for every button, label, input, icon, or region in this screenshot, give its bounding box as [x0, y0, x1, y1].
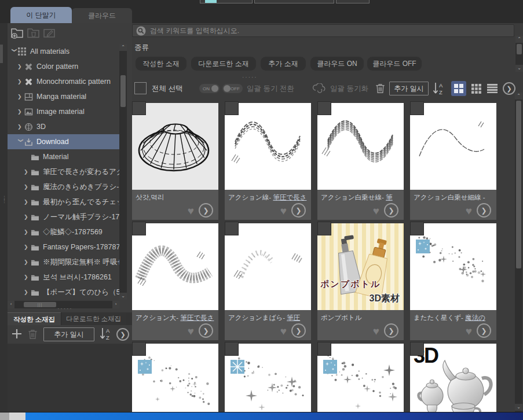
new-folder-icon[interactable]	[10, 27, 24, 40]
tree-item-monochromatic-pattern[interactable]: ❯Monochromatic pattern	[8, 74, 119, 89]
delete-folder-icon[interactable]	[27, 27, 41, 40]
tree-expand-arrow[interactable]: ❯	[24, 255, 31, 270]
material-card[interactable]: アクション白乗せ細線 -♥❯	[410, 101, 496, 220]
material-name-link[interactable]: 魔法の	[465, 314, 485, 321]
expand-options-button[interactable]: ❯	[116, 328, 129, 341]
tree-item-manga-material[interactable]: ❯Manga material	[8, 89, 119, 104]
scroll-up-arrow[interactable]: ⌃	[515, 93, 522, 100]
tree-expand-arrow[interactable]: ❯	[24, 285, 31, 300]
add-icon[interactable]	[11, 328, 23, 341]
favorite-heart-icon[interactable]: ♥	[466, 325, 472, 338]
panel-splitter-handle[interactable]: ·····	[57, 305, 73, 312]
tab-downloaded-material-set[interactable]: 다운로드한 소재집	[61, 312, 126, 325]
tree-item-material[interactable]: Material	[8, 149, 119, 164]
material-card[interactable]: アクション線- 筆圧で長さ♥❯	[225, 101, 311, 220]
filter-button-4[interactable]: 클라우드 OFF	[367, 57, 422, 71]
favorite-heart-icon[interactable]: ♥	[188, 325, 194, 338]
filter-button-1[interactable]: 다운로드한 소재	[191, 57, 256, 71]
material-checkbox[interactable]	[410, 342, 424, 356]
view-list-icon[interactable]	[485, 81, 500, 96]
tab-this-device[interactable]: 이 단말기	[10, 7, 72, 23]
open-material-button[interactable]: ❯	[291, 323, 306, 338]
material-card[interactable]: ポンプボトル3D素材ポンプボトル♥❯	[317, 222, 404, 340]
tree-vertical-scrollbar[interactable]: ⌃ ⌄	[119, 44, 127, 300]
sort-order-icon[interactable]: AZ	[99, 327, 112, 343]
favorite-heart-icon[interactable]: ♥	[466, 205, 472, 218]
expand-options-button[interactable]: ❯	[503, 82, 515, 95]
tree-expand-arrow[interactable]: ❯	[24, 164, 31, 179]
tree-expand-arrow[interactable]: ❯	[24, 224, 31, 240]
favorite-heart-icon[interactable]: ♥	[280, 205, 287, 218]
tree-expand-arrow[interactable]: ❯	[17, 74, 24, 89]
tree-expand-arrow[interactable]: ❯	[13, 138, 28, 145]
material-checkbox[interactable]	[317, 222, 331, 235]
scroll-down-arrow[interactable]: ⌄	[515, 404, 522, 411]
tree-item-folder-jewel-brush[interactable]: ❯보석 브러시-1786261	[8, 270, 119, 285]
tree-expand-arrow[interactable]: ❯	[17, 89, 24, 104]
material-card[interactable]: 삿갓,멱리♥❯	[132, 101, 218, 220]
material-card[interactable]: ♥❯	[317, 342, 404, 412]
tree-expand-arrow[interactable]: ❯	[17, 119, 24, 134]
material-thumbnail[interactable]	[132, 103, 218, 190]
material-thumbnail[interactable]	[410, 223, 496, 310]
material-card[interactable]: 3D♥❯	[410, 342, 496, 412]
tree-expand-arrow[interactable]: ❯	[24, 194, 31, 209]
tree-expand-arrow[interactable]: ❯	[24, 270, 31, 285]
tree-expand-arrow[interactable]: ❯	[24, 209, 31, 224]
tree-item-folder-pose-palm[interactable]: ❯【ポーズ】てのひら（5種	[8, 285, 119, 300]
filter-button-0[interactable]: 작성한 소재	[136, 57, 186, 71]
tree-item-folder-distorted-check[interactable]: ❯最初から歪んでるチェッ	[8, 194, 119, 209]
open-material-button[interactable]: ❯	[384, 323, 398, 338]
tree-item-all-materials[interactable]: ❯All materials	[8, 44, 119, 59]
material-checkbox[interactable]	[225, 101, 239, 115]
material-card[interactable]: またたく星くず- 魔法の♥❯	[410, 222, 496, 340]
material-checkbox[interactable]	[132, 222, 146, 235]
sync-on-toggle[interactable]: ON	[199, 84, 220, 93]
tree-item-folder-dragon-scale[interactable]: ❯◇龍鱗◇-1787569	[8, 224, 119, 240]
tree-item-folder-fantasy-papers[interactable]: ❯Fantasy Papers-1787872	[8, 240, 119, 255]
material-checkbox[interactable]	[225, 342, 239, 356]
tree-item-download[interactable]: ❯Download	[8, 134, 119, 149]
open-material-button[interactable]: ❯	[199, 203, 213, 218]
favorite-heart-icon[interactable]: ♥	[188, 205, 194, 218]
material-checkbox[interactable]	[132, 101, 146, 115]
open-material-button[interactable]: ❯	[384, 203, 398, 218]
material-checkbox[interactable]	[410, 222, 424, 235]
filter-button-2[interactable]: 추가 소재	[261, 57, 306, 71]
material-checkbox[interactable]	[132, 342, 146, 356]
favorite-heart-icon[interactable]: ♥	[373, 325, 379, 338]
scroll-down-arrow[interactable]: ⌄	[515, 65, 523, 72]
material-name-link[interactable]: 筆	[386, 194, 393, 201]
tree-expand-arrow[interactable]: ❯	[24, 240, 31, 255]
material-thumbnail[interactable]	[410, 103, 496, 190]
tree-item-color-pattern[interactable]: ❯Color pattern	[8, 59, 119, 74]
material-thumbnail[interactable]	[132, 223, 218, 310]
scrollbar-thumb[interactable]: |||	[24, 302, 56, 307]
material-card[interactable]: ♥❯	[225, 342, 311, 412]
filter-button-3[interactable]: 클라우드 ON	[310, 57, 364, 71]
material-card[interactable]: アクション白乗せ線- 筆♥❯	[317, 101, 404, 220]
tree-item-folder-magic-sparkle[interactable]: ❯魔法のきらめきブラシ-1	[8, 179, 119, 194]
scroll-right-arrow[interactable]: ›	[112, 301, 119, 308]
material-checkbox[interactable]	[317, 342, 331, 356]
tree-expand-arrow[interactable]: ❯	[17, 59, 24, 74]
material-thumbnail[interactable]: ポンプボトル3D素材	[317, 223, 404, 310]
scroll-up-arrow[interactable]: ⌃	[119, 44, 127, 51]
open-material-button[interactable]: ❯	[199, 323, 213, 338]
scroll-down-arrow[interactable]: ⌄	[119, 293, 127, 300]
view-small-grid-icon[interactable]	[469, 81, 484, 96]
material-name-link[interactable]: 筆圧で長さ	[180, 314, 214, 321]
material-card[interactable]: ♥❯	[132, 342, 218, 412]
panel-splitter-grip[interactable]: ⋮⋮	[2, 197, 7, 202]
material-card[interactable]: アクションまばら- 筆圧♥❯	[225, 222, 311, 340]
material-checkbox[interactable]	[225, 222, 239, 235]
view-large-grid-icon[interactable]	[451, 81, 466, 96]
material-thumbnail[interactable]	[225, 223, 311, 310]
open-material-button[interactable]: ❯	[291, 203, 306, 218]
tree-item-image-material[interactable]: ❯Image material	[8, 104, 119, 119]
material-name-link[interactable]: 筆圧	[287, 314, 300, 321]
tree-item-folder-limited-free[interactable]: ❯※期間限定無料※ 呼吸ぜ	[8, 255, 119, 270]
filter-vertical-scrollbar[interactable]: ⌃ ⌄	[515, 36, 523, 72]
tree-item-folder-pen-pressure[interactable]: ❯筆圧で長さが変わるアク	[8, 164, 119, 179]
trash-icon[interactable]	[375, 83, 385, 95]
